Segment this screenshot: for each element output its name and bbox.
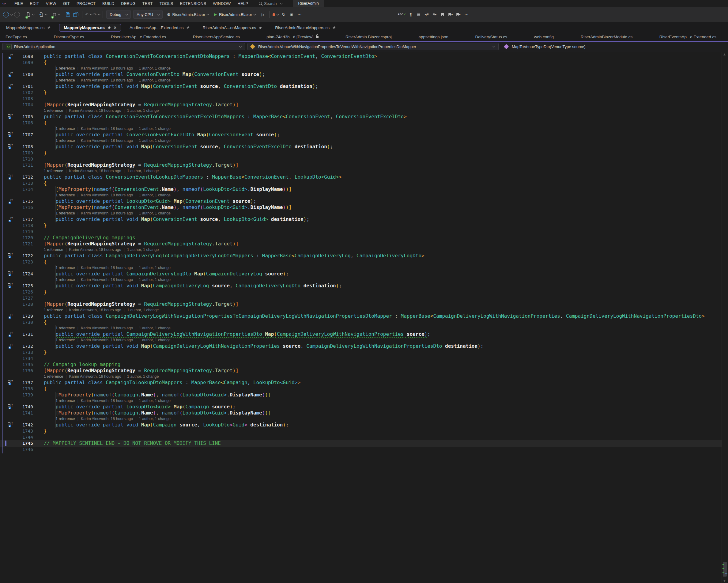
type-dropdown[interactable]: RiserAdmin.VenueWithNavigationProperties… xyxy=(248,43,499,50)
indent-decrease-button[interactable]: ◂≡ xyxy=(423,11,430,18)
menu-item-build[interactable]: BUILD xyxy=(99,1,118,6)
member-dropdown[interactable]: MapToVenueTypeDto(VenueType source) xyxy=(501,43,721,50)
menu-item-help[interactable]: HELP xyxy=(234,1,252,6)
restart-button[interactable]: ↻ xyxy=(280,11,287,18)
document-tab[interactable]: AudiencesApp....Extended.cs xyxy=(125,24,194,31)
search-label: Search xyxy=(264,1,277,6)
codelens-row[interactable]: 1 reference|Karim Ainsworth, 18 hours ag… xyxy=(0,247,722,253)
codelens-row[interactable]: 1 reference|Karim Ainsworth, 18 hours ag… xyxy=(0,416,722,422)
document-tab[interactable]: FeeType.cs xyxy=(3,34,29,40)
navigate-back-button[interactable]: ← xyxy=(3,11,12,18)
new-file-button[interactable]: + xyxy=(26,11,34,18)
document-tab[interactable]: plan-74ed3b...d [Preview] xyxy=(264,34,321,40)
codelens-row[interactable]: 1 reference|Karim Ainsworth, 18 hours ag… xyxy=(0,210,722,216)
pin-icon[interactable] xyxy=(47,26,51,29)
codelens-row[interactable]: 1 reference|Karim Ainsworth, 18 hours ag… xyxy=(0,77,722,83)
line-number: 1701 xyxy=(8,83,33,90)
bookmark-next-button[interactable]: ▸ xyxy=(455,11,462,18)
pin-icon[interactable] xyxy=(186,26,189,29)
start-without-debugging-button[interactable]: ▷ xyxy=(260,11,266,18)
vertical-scrollbar[interactable]: ▲ ▼ xyxy=(722,52,728,583)
add-item-button[interactable]: + xyxy=(52,11,60,18)
codelens-row[interactable]: 1 reference|Karim Ainsworth, 18 hours ag… xyxy=(0,265,722,271)
code-line-1710: 1710 xyxy=(0,156,722,162)
pin-icon[interactable] xyxy=(259,26,262,29)
document-tab[interactable]: RiserAdminA...onMappers.cs xyxy=(198,24,266,31)
document-tab[interactable]: DeliveryStatus.cs xyxy=(473,34,510,40)
menu-item-debug[interactable]: DEBUG xyxy=(118,1,139,6)
codelens-row[interactable]: 1 reference|Karim Ainsworth, 18 hours ag… xyxy=(0,108,722,113)
toolbar-overflow-button[interactable]: ⋯ xyxy=(296,11,303,18)
open-file-button[interactable] xyxy=(39,11,47,18)
run-button[interactable]: ▶ RiserAdmin.Blazor xyxy=(214,11,255,18)
tab-label: DeliveryStatus.cs xyxy=(475,34,507,39)
pin-icon[interactable] xyxy=(107,26,111,29)
codelens-row[interactable]: 1 reference|Karim Ainsworth, 18 hours ag… xyxy=(0,66,722,71)
document-tab[interactable]: RiserEventsAp...e.Extended.cs xyxy=(657,34,719,40)
menu-item-edit[interactable]: EDIT xyxy=(26,1,42,6)
codelens-row[interactable]: 1 reference|Karim Ainsworth, 18 hours ag… xyxy=(0,307,722,313)
menu-item-project[interactable]: PROJECT xyxy=(73,1,99,6)
code-editor[interactable]: ↑1698public partial class ConversionEven… xyxy=(0,52,722,583)
menu-item-git[interactable]: GIT xyxy=(60,1,73,6)
line-number: 1736 xyxy=(8,367,33,374)
line-number: 1710 xyxy=(8,156,33,162)
code-line-1705: ↑1705public partial class ConversionEven… xyxy=(0,113,722,120)
menu-item-test[interactable]: TEST xyxy=(139,1,156,6)
save-button[interactable] xyxy=(64,11,71,18)
document-tab[interactable]: RiserAdminBlazorMappers.cs xyxy=(271,24,340,31)
document-tab[interactable]: DiscountType.cs xyxy=(51,34,86,40)
comment-button[interactable]: ▤ xyxy=(415,11,422,18)
close-icon[interactable]: × xyxy=(114,26,116,29)
codelens-row[interactable]: 1 reference|Karim Ainsworth, 18 hours ag… xyxy=(0,138,722,144)
redo-button[interactable]: ↷ xyxy=(93,11,100,18)
codelens-row[interactable]: 1 reference|Karim Ainsworth, 18 hours ag… xyxy=(0,277,722,283)
spell-check-button[interactable]: ABC✓ xyxy=(397,11,406,18)
menu-item-extensions[interactable]: EXTENSIONS xyxy=(176,1,209,6)
line-number: 1743 xyxy=(8,428,33,434)
bookmark-toggle-button[interactable] xyxy=(439,11,446,18)
document-tab[interactable]: web.config xyxy=(532,34,556,40)
code-line-1707: ↑1707 public override partial Conversion… xyxy=(0,132,722,138)
scroll-up-arrow-icon[interactable]: ▲ xyxy=(723,53,726,56)
menu-item-file[interactable]: FILE xyxy=(11,1,26,6)
scroll-down-arrow-icon[interactable]: ▼ xyxy=(723,579,726,582)
codelens-row[interactable]: 1 reference|Karim Ainsworth, 18 hours ag… xyxy=(0,126,722,132)
csharp-project-icon: C# xyxy=(6,44,11,49)
break-all-button[interactable]: ▣ xyxy=(288,11,295,18)
document-tab[interactable]: RiserUsersAppService.cs xyxy=(190,34,242,40)
bookmark-previous-button[interactable]: ◂ xyxy=(447,11,454,18)
pin-icon[interactable] xyxy=(332,26,336,29)
search-box[interactable]: Search xyxy=(256,1,285,6)
line-number: 1738 xyxy=(8,386,33,392)
startup-project-dropdown[interactable]: ⚙ RiserAdmin.Blazor xyxy=(167,11,209,18)
document-tab[interactable]: RiserAdminBlazorModule.cs xyxy=(578,34,635,40)
menu-item-view[interactable]: VIEW xyxy=(43,1,60,6)
editor-toolbar-overflow-button[interactable]: ⋯ xyxy=(463,11,470,18)
codelens-row[interactable]: 1 reference|Karim Ainsworth, 18 hours ag… xyxy=(0,337,722,343)
navigate-forward-button[interactable]: → xyxy=(14,11,20,18)
document-tab[interactable]: appsettings.json xyxy=(416,34,451,40)
document-tab[interactable]: MapperlyMappers.cs xyxy=(2,24,55,31)
document-tab[interactable]: RiserUsersAp...e.Extended.cs xyxy=(108,34,168,40)
document-tab-active[interactable]: MapperlyMappers.cs× xyxy=(59,24,121,31)
document-tab[interactable]: RiserAdmin.Blazor.csproj xyxy=(343,34,394,40)
codelens-row[interactable]: 1 reference|Karim Ainsworth, 18 hours ag… xyxy=(0,398,722,404)
codelens-row[interactable]: 1 reference|Karim Ainsworth, 18 hours ag… xyxy=(0,374,722,380)
show-whitespace-button[interactable]: ¶ xyxy=(407,11,414,18)
menu-item-window[interactable]: WINDOW xyxy=(209,1,234,6)
menu-item-tools[interactable]: TOOLS xyxy=(156,1,177,6)
save-all-button[interactable] xyxy=(73,11,79,18)
hot-reload-button[interactable] xyxy=(272,11,279,18)
project-dropdown[interactable]: C# RiserAdmin.Application xyxy=(2,43,245,50)
solution-platform-dropdown[interactable]: Any CPU xyxy=(133,10,162,19)
codelens-row[interactable]: 1 reference|Karim Ainsworth, 18 hours ag… xyxy=(0,325,722,331)
codelens-row[interactable]: 1 reference|Karim Ainsworth, 18 hours ag… xyxy=(0,168,722,174)
codelens-row[interactable]: 1 reference|Karim Ainsworth, 18 hours ag… xyxy=(0,193,722,198)
solution-configuration-dropdown[interactable]: Debug xyxy=(106,10,131,19)
code-line-1700: ↑1700 public override partial Conversion… xyxy=(0,71,722,77)
indent-increase-button[interactable]: ≡▸ xyxy=(431,11,438,18)
undo-button[interactable]: ↶ xyxy=(85,11,92,18)
tab-label: appsettings.json xyxy=(418,34,448,39)
line-number: 1703 xyxy=(8,96,33,102)
